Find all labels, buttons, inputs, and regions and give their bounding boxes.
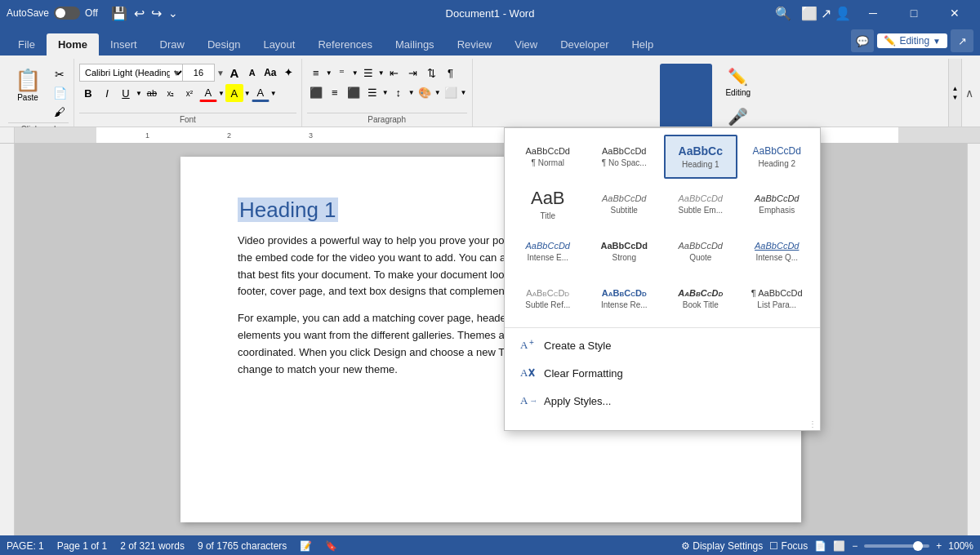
multilevel-chevron[interactable]: ▼ xyxy=(378,69,385,77)
tab-references[interactable]: References xyxy=(306,33,383,56)
font-name-select[interactable]: Calibri Light (Headings) xyxy=(79,64,185,82)
style-heading2[interactable]: AaBbCcDd Heading 2 xyxy=(741,135,814,179)
share-icon[interactable]: ↗ xyxy=(821,6,831,21)
proofing-icon[interactable]: 📝 xyxy=(300,540,312,552)
multilevel-button[interactable]: ☰ xyxy=(359,64,377,82)
borders-chevron[interactable]: ▼ xyxy=(461,89,467,96)
numbering-button[interactable]: ⁼ xyxy=(333,64,351,82)
sort-button[interactable]: ⇅ xyxy=(423,64,441,82)
superscript-button[interactable]: x² xyxy=(180,84,198,102)
tab-home[interactable]: Home xyxy=(47,33,99,56)
shrink-font-button[interactable]: A xyxy=(244,64,261,81)
comments-icon[interactable]: 💬 xyxy=(851,29,874,52)
borders-button[interactable]: ⬜ xyxy=(442,83,460,101)
dictate-button[interactable]: 🎤 Dictate xyxy=(715,104,761,127)
tab-draw[interactable]: Draw xyxy=(149,33,196,56)
minimize-button[interactable]: ─ xyxy=(854,0,892,26)
undo-icon[interactable]: ↩ xyxy=(134,6,145,21)
bold-button[interactable]: B xyxy=(79,84,97,102)
zoom-slider[interactable] xyxy=(864,544,929,548)
style-intense-e[interactable]: AaBbCcDd Intense E... xyxy=(511,229,585,273)
style-list-para[interactable]: ¶ AaBbCcDd List Para... xyxy=(741,277,814,321)
strikethrough-button[interactable]: ab xyxy=(143,84,161,102)
styles-button[interactable]: ⊞ Styles xyxy=(660,64,712,127)
style-quote[interactable]: AaBbCcDd Quote xyxy=(664,229,737,273)
autosave-toggle[interactable]: AutoSave Off xyxy=(7,7,98,20)
grow-font-button[interactable]: A xyxy=(226,64,243,81)
align-right-button[interactable]: ⬛ xyxy=(345,83,363,101)
collapse-button[interactable]: ∧ xyxy=(961,59,977,127)
shading-button[interactable]: A xyxy=(252,84,270,102)
line-spacing-chevron[interactable]: ▼ xyxy=(408,89,415,96)
display-settings-button[interactable]: ⚙ Display Settings xyxy=(681,540,763,552)
style-subtle-em[interactable]: AaBbCcDd Subtle Em... xyxy=(664,182,737,226)
copy-button[interactable]: 📄 xyxy=(51,84,69,102)
format-painter-button[interactable]: 🖌 xyxy=(51,103,69,121)
search-icon[interactable]: 🔍 xyxy=(775,6,791,21)
customize-icon[interactable]: ⌄ xyxy=(168,7,178,20)
editing-button[interactable]: ✏️ Editing ▼ xyxy=(877,33,947,48)
track-changes-icon[interactable]: 🔖 xyxy=(325,540,337,552)
numbering-chevron[interactable]: ▼ xyxy=(352,69,359,77)
tab-insert[interactable]: Insert xyxy=(99,33,149,56)
shading-chevron[interactable]: ▼ xyxy=(270,90,277,97)
style-book-title[interactable]: AaBbCcDd Book Title xyxy=(664,277,737,321)
align-center-button[interactable]: ≡ xyxy=(326,83,344,101)
font-color-button[interactable]: A xyxy=(199,84,217,102)
italic-button[interactable]: I xyxy=(98,84,116,102)
style-intense-q[interactable]: AaBbCcDd Intense Q... xyxy=(741,229,814,273)
underline-chevron[interactable]: ▼ xyxy=(136,90,142,97)
clear-formatting-action[interactable]: A Clear Formatting xyxy=(511,359,813,387)
view-icons[interactable]: 📄 xyxy=(814,540,826,552)
save-icon[interactable]: 💾 xyxy=(111,6,127,21)
focus-button[interactable]: ☐ Focus xyxy=(769,540,808,552)
style-emphasis[interactable]: AaBbCcDd Emphasis xyxy=(741,182,814,226)
apply-styles-action[interactable]: A → Apply Styles... xyxy=(511,387,813,415)
zoom-in-icon[interactable]: + xyxy=(936,540,942,552)
redo-icon[interactable]: ↪ xyxy=(151,6,162,21)
create-style-action[interactable]: A + Create a Style xyxy=(511,331,813,359)
tab-design[interactable]: Design xyxy=(196,33,252,56)
style-subtle-ref[interactable]: AaBbCcDd Subtle Ref... xyxy=(511,277,585,321)
style-normal[interactable]: AaBbCcDd ¶ Normal xyxy=(511,135,585,179)
zoom-out-icon[interactable]: − xyxy=(852,540,858,552)
bullets-button[interactable]: ≡ xyxy=(307,64,325,82)
style-strong[interactable]: AaBbCcDd Strong xyxy=(588,229,662,273)
share-arrow-icon[interactable]: ↗ xyxy=(951,29,973,52)
style-title[interactable]: AaB Title xyxy=(511,182,585,226)
cut-button[interactable]: ✂ xyxy=(51,65,69,83)
line-spacing-button[interactable]: ↕ xyxy=(390,83,408,101)
decrease-indent-button[interactable]: ⇤ xyxy=(385,64,403,82)
paste-button[interactable]: 📋 Paste xyxy=(8,64,47,106)
autosave-switch[interactable] xyxy=(54,7,80,20)
style-intense-ref[interactable]: AaBbCcDd Intense Re... xyxy=(588,277,662,321)
change-case-button[interactable]: Aa xyxy=(262,64,278,81)
ribbon-display-icon[interactable]: ⬜ xyxy=(801,6,817,21)
bullets-chevron[interactable]: ▼ xyxy=(326,69,332,77)
font-size-input[interactable] xyxy=(182,64,215,82)
close-button[interactable]: ✕ xyxy=(936,0,973,26)
style-heading1[interactable]: AaBbCc Heading 1 xyxy=(664,135,737,179)
increase-indent-button[interactable]: ⇥ xyxy=(404,64,422,82)
tab-help[interactable]: Help xyxy=(620,33,665,56)
highlight-chevron[interactable]: ▼ xyxy=(244,90,251,97)
subscript-button[interactable]: x₂ xyxy=(162,84,180,102)
align-left-button[interactable]: ⬛ xyxy=(307,83,325,101)
clear-format-button[interactable]: ✦ xyxy=(280,64,296,81)
shading2-chevron[interactable]: ▼ xyxy=(434,89,441,96)
justify-chevron[interactable]: ▼ xyxy=(382,89,389,96)
tab-mailings[interactable]: Mailings xyxy=(384,33,446,56)
right-scrollbar[interactable] xyxy=(967,144,980,535)
style-subtitle[interactable]: AaBbCcDd Subtitle xyxy=(588,182,662,226)
more-styles-button[interactable]: ▲ ▼ xyxy=(948,59,961,127)
user-icon[interactable]: 👤 xyxy=(835,6,851,21)
show-marks-button[interactable]: ¶ xyxy=(442,64,460,82)
underline-button[interactable]: U xyxy=(117,84,135,102)
tab-layout[interactable]: Layout xyxy=(252,33,306,56)
tab-developer[interactable]: Developer xyxy=(549,33,620,56)
justify-button[interactable]: ☰ xyxy=(363,83,381,101)
editing-button-ribbon[interactable]: ✏️ Editing xyxy=(715,64,761,100)
restore-button[interactable]: □ xyxy=(895,0,933,26)
shading2-button[interactable]: 🎨 xyxy=(416,83,434,101)
layout-icon[interactable]: ⬜ xyxy=(833,540,845,552)
